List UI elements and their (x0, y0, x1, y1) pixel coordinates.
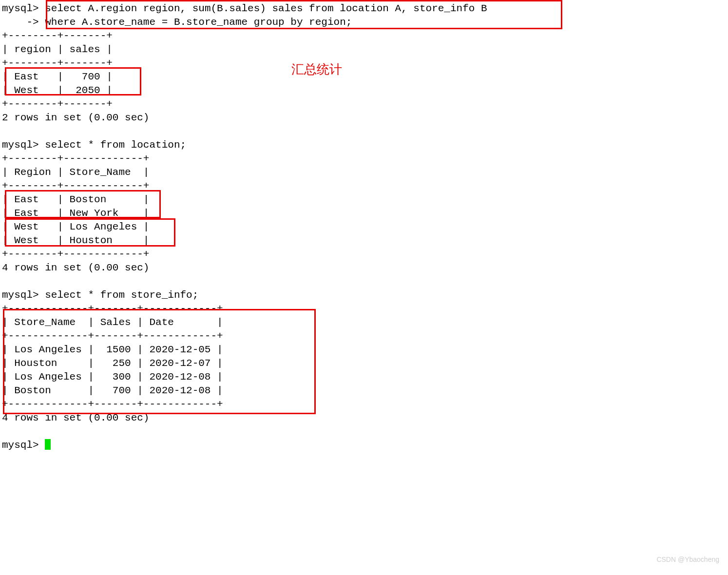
table-header: | Region | Store_Name | (2, 167, 149, 178)
cursor-icon[interactable] (45, 439, 51, 450)
rows-footer: 4 rows in set (0.00 sec) (2, 262, 149, 273)
highlight-box (46, 0, 562, 29)
table-header: | region | sales | (2, 44, 113, 55)
annotation-label: 汇总统计 (291, 62, 342, 76)
sql-query: select * from location; (45, 139, 186, 151)
rows-footer: 2 rows in set (0.00 sec) (2, 112, 149, 123)
mysql-prompt: mysql> (2, 440, 39, 451)
highlight-box (3, 309, 316, 414)
highlight-box (5, 190, 161, 218)
watermark-text: CSDN @Ybaocheng (656, 553, 719, 566)
table-border: +--------+-------+ (2, 98, 113, 110)
mysql-prompt: mysql> (2, 139, 39, 151)
table-border: +--------+-------------+ (2, 249, 149, 260)
mysql-prompt: mysql> (2, 289, 39, 301)
mysql-prompt: mysql> (2, 3, 39, 14)
cont-prompt: -> (2, 17, 39, 28)
table-border: +--------+-------+ (2, 30, 113, 41)
table-border: +--------+-------------+ (2, 153, 149, 164)
sql-query: select * from store_info; (45, 289, 198, 301)
highlight-box (5, 218, 175, 247)
highlight-box (5, 67, 141, 96)
